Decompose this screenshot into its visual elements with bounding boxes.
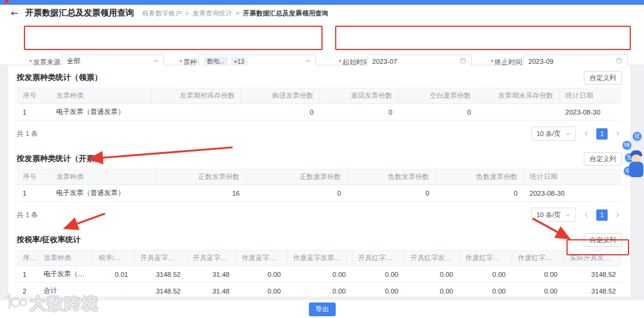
customize-columns-button[interactable]: 自定义列 (584, 233, 622, 247)
table-cell: 电子发票（普通发票） (50, 185, 156, 202)
table-cell: 合计 (38, 283, 92, 297)
issue-stats-table: 序号发票种类正数发票份数正数废票份数负数发票份数负数废票份数统计日期1电子发票（… (17, 169, 622, 202)
column-header: 购进发票份数 (241, 88, 320, 104)
column-header: 作废蓝字发票税额 (287, 251, 352, 266)
content-card: 按发票种类统计（领票） 自定义列 序号发票种类发票期初库存份数购进发票份数退回发… (8, 66, 630, 297)
table-cell: 31.48 (187, 283, 236, 297)
column-header: 开具蓝字发票税额 (187, 251, 236, 266)
column-header: 开具红字发票金额 (352, 251, 404, 266)
start-date-input[interactable] (372, 58, 438, 65)
total-count: 共 1 条 (17, 129, 38, 138)
prev-page-button[interactable] (582, 131, 590, 137)
export-button[interactable]: 导出 (309, 302, 336, 316)
column-header: 作废蓝字发票金额 (236, 251, 287, 266)
invoice-source-value: 全部 (67, 57, 80, 66)
column-header: 统计日期 (524, 169, 622, 185)
back-button[interactable]: ← (11, 8, 18, 18)
breadcrumb-item[interactable]: 税务数字账户 (143, 9, 182, 18)
table-cell: 0 (241, 104, 320, 121)
column-header: 开具红字发票税额 (404, 251, 459, 266)
table-cell: 0.00 (352, 283, 404, 297)
pagination: 共 1 条 10 条/页 1 (17, 202, 622, 228)
page-number-button[interactable]: 1 (596, 128, 608, 140)
table-cell: 0 (320, 104, 398, 121)
chevron-down-icon (305, 58, 311, 65)
required-mark: * (339, 58, 341, 66)
section-header-issue: 按发票种类统计（开票） 自定义列 (17, 149, 622, 169)
section-title: 按发票种类统计（领票） (17, 72, 102, 83)
page-size-select[interactable]: 10 条/页 (531, 126, 576, 141)
column-header: 作废红字发票税额 (512, 251, 564, 266)
page: ← 开票数据汇总及发票领用查询 税务数字账户 > 发票查询统计 > 开票数据汇总… (0, 0, 644, 318)
footer-bar: 导出 (0, 300, 644, 318)
table-cell: 1 (17, 185, 50, 202)
table-cell: 31.48 (187, 266, 236, 283)
customize-columns-button[interactable]: 自定义列 (584, 71, 622, 85)
next-page-button[interactable] (614, 212, 622, 218)
table-row: 1电子发票（普通发票）0002023-08-30 (17, 104, 622, 121)
column-header: 实际开具发票金额 (564, 251, 622, 266)
column-header: 发票期初库存份数 (151, 88, 241, 104)
table-cell: 0 (347, 185, 435, 202)
table-cell: 0.00 (287, 283, 352, 297)
breadcrumb: 税务数字账户 > 发票查询统计 > 开票数据汇总及发票领用查询 (143, 9, 329, 18)
column-header: 负数废票份数 (435, 169, 524, 185)
table-row: 1电子发票（普通发...0.013148.5231.480.000.000.00… (17, 266, 622, 283)
breadcrumb-separator: > (185, 10, 189, 17)
tax-officer-mascot-icon (628, 147, 644, 181)
column-header: 作废红字发票金额 (459, 251, 512, 266)
column-header: 发票期末库存份数 (477, 88, 559, 104)
table-cell: 0.01 (92, 266, 134, 283)
pagination: 共 1 条 10 条/页 1 (17, 121, 622, 147)
table-cell (92, 283, 134, 297)
table-cell: 3148.52 (564, 283, 622, 297)
breadcrumb-current: 开票数据汇总及发票领用查询 (243, 9, 328, 18)
table-cell: 0 (435, 185, 524, 202)
prev-page-button[interactable] (582, 212, 590, 218)
column-header: 税率/征收率 (92, 251, 134, 266)
column-header: 序号 (17, 88, 50, 104)
page-header: ← 开票数据汇总及发票领用查询 税务数字账户 > 发票查询统计 > 开票数据汇总… (0, 5, 644, 21)
red-annotation-mark (5, 0, 8, 3)
table-cell: 2023-08-30 (559, 104, 622, 121)
calendar-icon (460, 57, 466, 65)
column-header: 序号 (17, 169, 50, 185)
table-cell: 0.00 (512, 283, 564, 297)
table-cell: 0.00 (404, 266, 459, 283)
table-cell: 2023-08-30 (524, 185, 622, 202)
table-cell: 0.00 (236, 283, 287, 297)
tax-assistant-widget[interactable]: 征 纳 互 动 (617, 131, 644, 186)
table-cell: 0.00 (512, 266, 564, 283)
table-cell (151, 104, 241, 121)
table-cell: 0.00 (352, 266, 404, 283)
taxrate-stats-table: 序号发票种类税率/征收率开具蓝字发票金额开具蓝字发票税额作废蓝字发票金额作废蓝字… (17, 250, 622, 297)
column-header: 发票种类 (50, 169, 156, 185)
table-cell: 1 (17, 266, 38, 283)
column-header: 正数废票份数 (246, 169, 347, 185)
required-mark: * (179, 58, 182, 66)
table-cell: 3148.52 (564, 266, 622, 283)
calendar-icon (616, 57, 623, 65)
page-title: 开票数据汇总及发票领用查询 (26, 8, 134, 18)
table-cell: 3148.52 (134, 283, 187, 297)
table-cell: 0.00 (404, 283, 459, 297)
chevron-down-icon (153, 58, 159, 65)
receive-stats-table: 序号发票种类发票期初库存份数购进发票份数退回发票份数空白废票份数发票期末库存份数… (17, 88, 622, 121)
table-cell: 电子发票（普通发... (38, 266, 92, 283)
table-row: 1电子发票（普通发票）160002023-08-30 (17, 185, 622, 202)
total-count: 共 1 条 (17, 211, 38, 220)
mascot-bubble: 征 (632, 131, 642, 141)
end-date-input[interactable] (528, 58, 594, 65)
breadcrumb-item[interactable]: 发票查询统计 (193, 9, 232, 18)
top-strip (0, 0, 644, 5)
column-header: 统计日期 (559, 88, 622, 104)
table-row: 2合计3148.5231.480.000.000.000.000.000.003… (17, 283, 622, 297)
column-header: 发票种类 (38, 251, 92, 266)
column-header: 负数发票份数 (347, 169, 435, 185)
breadcrumb-separator: > (236, 10, 239, 17)
page-number-button[interactable]: 1 (596, 209, 608, 221)
filter-bar: *发票来源 全部 *票种 数电... +13 *起始时间 *终止时间 重置 查询… (0, 21, 644, 64)
invoice-type-count-tag: +13 (231, 57, 247, 66)
page-size-select[interactable]: 10 条/页 (531, 208, 576, 222)
table-cell: 0 (246, 185, 347, 202)
